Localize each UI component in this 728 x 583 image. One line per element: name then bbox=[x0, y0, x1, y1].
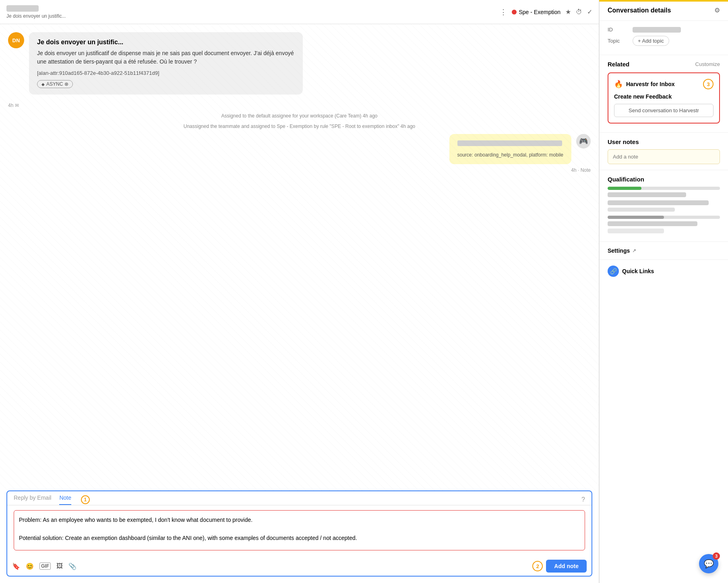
topic-row: Topic + Add topic bbox=[608, 36, 720, 46]
gear-icon[interactable]: ⚙ bbox=[714, 6, 720, 14]
attach-icon[interactable]: 📎 bbox=[68, 562, 77, 570]
user-notes-section: User notes bbox=[600, 133, 728, 170]
qual-blurred-5 bbox=[608, 229, 664, 233]
qual-blurred-1 bbox=[608, 192, 686, 197]
user-notes-title: User notes bbox=[608, 138, 720, 145]
qualification-title: Qualification bbox=[608, 176, 720, 183]
quick-links-section[interactable]: 🔗 Quick Links bbox=[600, 260, 728, 282]
tag-close[interactable]: ⊗ bbox=[64, 81, 68, 87]
harvestr-header: 🔥 Harvestr for Inbox 3 bbox=[614, 79, 714, 89]
add-topic-button[interactable]: + Add topic bbox=[633, 36, 669, 46]
quick-links-icon: 🔗 bbox=[608, 266, 619, 277]
bookmark-icon[interactable]: 🔖 bbox=[12, 562, 20, 570]
header-actions: ⋮ Spe - Exemption ★ ⏱ ✓ bbox=[500, 8, 593, 16]
related-title: Related bbox=[608, 61, 629, 68]
note-row: source: onboarding_help_modal, platform:… bbox=[8, 134, 591, 164]
gif-icon[interactable]: GIF bbox=[39, 562, 51, 570]
customize-link[interactable]: Customize bbox=[695, 61, 720, 67]
message-time: 4h bbox=[8, 103, 13, 108]
add-note-button[interactable]: Add note bbox=[546, 560, 587, 573]
note-source: source: onboarding_help_modal, platform:… bbox=[457, 152, 564, 158]
message-title: Je dois envoyer un justific... bbox=[37, 39, 295, 46]
qual-blurred-2 bbox=[608, 200, 709, 205]
settings-arrow[interactable]: ↗ bbox=[632, 248, 636, 253]
star-icon[interactable]: ★ bbox=[565, 8, 571, 16]
settings-label[interactable]: Settings bbox=[608, 247, 630, 254]
message-row: DN Je dois envoyer un justific... Je doi… bbox=[8, 32, 591, 95]
tab-note[interactable]: Note bbox=[59, 494, 71, 505]
async-tag[interactable]: ◆ ASYNC ⊗ bbox=[37, 80, 73, 88]
reply-content: Problem: As an employee who wants to be … bbox=[7, 505, 592, 556]
id-value-blur bbox=[633, 27, 681, 33]
qual-blurred-4 bbox=[608, 221, 697, 226]
tab-step-badge: 1 bbox=[81, 495, 90, 504]
clock-icon[interactable]: ⏱ bbox=[576, 8, 582, 16]
tab-reply-email[interactable]: Reply by Email bbox=[14, 494, 51, 505]
note-textarea[interactable]: Problem: As an employee who wants to be … bbox=[14, 510, 585, 550]
message-meta-icon: ✉ bbox=[15, 103, 19, 108]
emoji-picker-icon[interactable]: 😊 bbox=[26, 562, 34, 570]
chat-icon: 💬 bbox=[704, 559, 714, 569]
contact-name-blur bbox=[6, 5, 39, 12]
step2-badge: 2 bbox=[532, 561, 543, 571]
tag-icon: ◆ bbox=[41, 82, 45, 87]
reply-box: Reply by Email Note 1 ? Problem: As an e… bbox=[6, 490, 592, 577]
toolbar-icons: 🔖 😊 GIF 🖼 📎 bbox=[12, 562, 77, 570]
message-attr: [alan-attr:910ad165-872e-4b30-a922-51b11… bbox=[37, 70, 295, 76]
topic-label: Topic bbox=[608, 38, 628, 44]
emoji-icon: 🎮 bbox=[579, 137, 588, 146]
harvestr-card: 🔥 Harvestr for Inbox 3 Create new Feedba… bbox=[608, 72, 720, 124]
harvestr-name: Harvestr for Inbox bbox=[626, 81, 675, 87]
chat-badge: 3 bbox=[713, 552, 720, 560]
more-options-icon[interactable]: ⋮ bbox=[500, 8, 507, 16]
image-icon[interactable]: 🖼 bbox=[56, 562, 63, 570]
reply-tabs: Reply by Email Note 1 ? bbox=[7, 491, 592, 505]
message-bubble: Je dois envoyer un justific... Je dois e… bbox=[29, 32, 303, 95]
resolve-icon[interactable]: ✓ bbox=[587, 8, 592, 16]
harvestr-icon: 🔥 bbox=[614, 80, 623, 89]
settings-row: Settings ↗ bbox=[600, 242, 728, 260]
quick-links-label: Quick Links bbox=[622, 268, 654, 274]
sidebar-title: Conversation details bbox=[608, 7, 671, 14]
header-subtitle: Je dois envoyer un justific... bbox=[6, 13, 500, 19]
note-author-avatar: 🎮 bbox=[576, 134, 591, 148]
chat-fab[interactable]: 💬 3 bbox=[699, 554, 718, 573]
status-dot bbox=[512, 10, 517, 14]
harvestr-badge: 3 bbox=[703, 79, 714, 89]
sidebar-header: Conversation details ⚙ bbox=[600, 0, 728, 21]
qual-bar-1 bbox=[608, 187, 720, 190]
user-notes-input[interactable] bbox=[608, 149, 720, 164]
header-left: Je dois envoyer un justific... bbox=[6, 5, 500, 19]
conversation-header: Je dois envoyer un justific... ⋮ Spe - E… bbox=[0, 0, 599, 24]
note-meta: 4h · Note bbox=[8, 167, 591, 173]
id-label: ID bbox=[608, 27, 628, 33]
id-topic-section: ID Topic + Add topic bbox=[600, 21, 728, 55]
avatar: DN bbox=[8, 32, 24, 48]
note-bubble: source: onboarding_help_modal, platform:… bbox=[449, 134, 572, 164]
help-icon[interactable]: ? bbox=[581, 496, 585, 503]
related-header: Related Customize bbox=[608, 61, 720, 68]
qual-bar-fill-1 bbox=[608, 187, 641, 190]
message-meta: 4h ✉ bbox=[8, 103, 591, 108]
send-to-harvestr-button[interactable]: Send conversation to Harvestr bbox=[614, 104, 714, 117]
toolbar-right: 2 Add note bbox=[532, 560, 587, 573]
qual-bar-fill-2 bbox=[608, 216, 664, 219]
tag-label: ASYNC bbox=[46, 81, 63, 87]
status-label: Spe - Exemption bbox=[519, 9, 561, 15]
sidebar: Conversation details ⚙ ID Topic + Add to… bbox=[599, 0, 728, 583]
create-feedback-label: Create new Feedback bbox=[614, 93, 714, 100]
qual-bar-2 bbox=[608, 216, 720, 219]
status-badge: Spe - Exemption bbox=[512, 9, 561, 15]
related-section: Related Customize 🔥 Harvestr for Inbox 3… bbox=[600, 55, 728, 133]
qualification-section: Qualification bbox=[600, 170, 728, 242]
system-message-1: Assigned to the default assignee for you… bbox=[8, 113, 591, 119]
reply-toolbar: 🔖 😊 GIF 🖼 📎 2 Add note bbox=[7, 556, 592, 576]
conversation-area: DN Je dois envoyer un justific... Je doi… bbox=[0, 24, 599, 490]
qual-blurred-3 bbox=[608, 208, 675, 212]
id-row: ID bbox=[608, 27, 720, 33]
note-blurred-text bbox=[457, 140, 562, 146]
message-body: Je dois envoyer un justificatif de dispe… bbox=[37, 49, 295, 66]
system-message-2: Unassigned the teammate and assigned to … bbox=[8, 124, 591, 129]
